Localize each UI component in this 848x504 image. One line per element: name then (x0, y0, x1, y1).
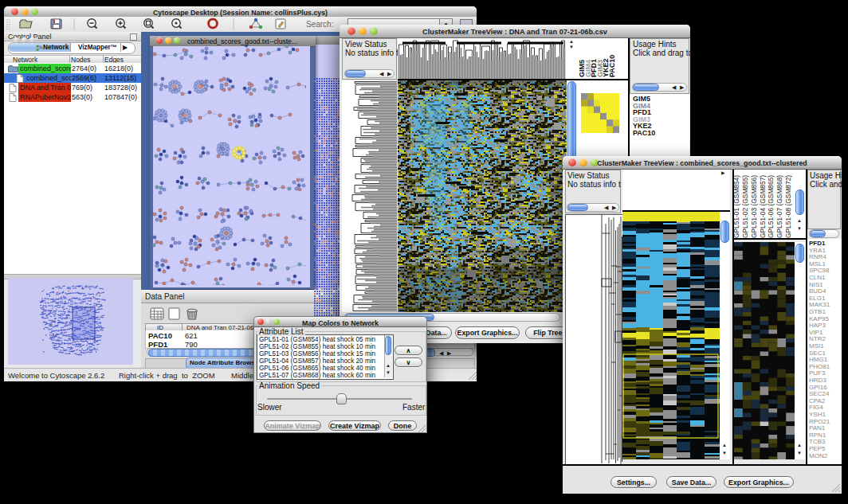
svg-text:PAC10: PAC10 (608, 55, 616, 77)
svg-text:GPL51-02 (GSM855): GPL51-02 (GSM855) (741, 175, 749, 238)
svg-text:GPL51-06 (GSM865): GPL51-06 (GSM865) (767, 175, 775, 238)
svg-text:GPL51-03 (GSM856): GPL51-03 (GSM856) (750, 175, 758, 238)
svg-text:GPL51-08 (GSM872): GPL51-08 (GSM872) (784, 175, 792, 238)
svg-text:GPL51-04 (GSM857): GPL51-04 (GSM857) (759, 175, 767, 238)
svg-text:GPL51-07 (GSM868): GPL51-07 (GSM868) (775, 175, 783, 238)
svg-text:GPL51-01 (GSM854): GPL51-01 (GSM854) (734, 175, 740, 238)
